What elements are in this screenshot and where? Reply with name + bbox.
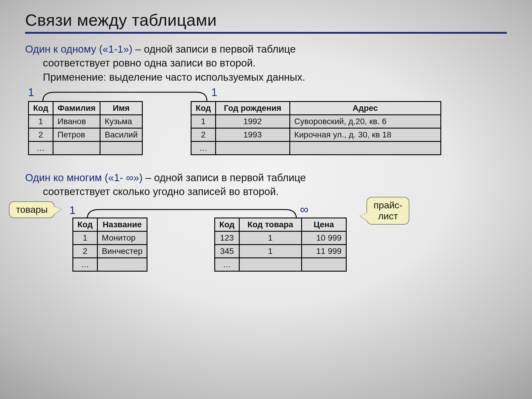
table-row: 2 Винчестер [73,245,147,258]
table-row: 2 Петров Василий [29,128,142,141]
table-header-row: Код Название [73,218,147,231]
table-row: 2 1993 Кирочная ул., д. 30, кв 18 [191,128,441,141]
page-title: Связи между таблицами [25,7,507,34]
th: Цена [301,218,346,231]
table-goods: Код Название 1 Монитор 2 Винчестер … [72,218,147,272]
table-row: … [191,141,441,155]
section1-lead: Один к одному («1-1») [25,43,132,55]
table-row: 1 Иванов Кузьма [29,115,142,128]
table-persons: Код Фамилия Имя 1 Иванов Кузьма 2 Петров… [28,101,143,155]
section2-lead: Один ко многим («1- ∞») [25,172,142,183]
section1-text: Один к одному («1-1») – одной записи в п… [25,42,507,84]
label-one: 1 [69,204,75,217]
callout-pricelist: прайс- лист [366,197,409,225]
th: Код [215,218,239,231]
section2-rest: – одной записи в первой таблице [142,172,306,183]
th: Код товара [239,218,301,231]
table-header-row: Код Код товара Цена [215,218,346,231]
th: Адрес [290,101,441,115]
table-addresses: Код Год рождения Адрес 1 1992 Суворовски… [191,101,441,155]
th: Фамилия [53,101,100,115]
section2-text: Один ко многим («1- ∞») – одной записи в… [25,171,507,199]
table-row: 345 1 11 999 [215,245,346,258]
table-row: 1 Монитор [73,231,147,245]
section1-line3: Применение: выделение часто используемых… [25,71,305,83]
table-row: 123 1 10 999 [215,231,346,245]
table-row: … [215,258,346,271]
table-row: … [29,141,142,155]
label-infinity: ∞ [300,203,309,216]
th: Код [73,218,98,231]
callout-goods: товары [9,201,55,218]
table-prices: Код Код товара Цена 123 1 10 999 345 1 1… [214,218,347,272]
label-one-left: 1 [28,86,34,99]
table-row: 1 1992 Суворовский, д.20, кв. 6 [191,115,441,128]
slide: Связи между таблицами Один к одному («1-… [25,7,507,375]
label-one-right: 1 [211,86,217,99]
section1-diagram: 1 1 Код Фамилия Имя 1 Иванов Кузьма 2 Пе… [25,89,507,157]
section2-diagram: товары прайс- лист 1 ∞ Код Название 1 Мо… [25,201,507,278]
th: Код [191,101,216,115]
section2-line2: соответствует сколько угодно записей во … [25,186,279,197]
th: Год рождения [215,101,290,115]
th: Имя [100,101,142,115]
th: Код [29,101,53,115]
th: Название [97,218,147,231]
table-header-row: Код Фамилия Имя [29,101,142,115]
section1-rest: – одной записи в первой таблице [132,43,296,55]
section1-line2: соответствует ровно одна записи во второ… [25,57,256,69]
table-header-row: Код Год рождения Адрес [191,101,441,115]
table-row: … [73,258,147,271]
